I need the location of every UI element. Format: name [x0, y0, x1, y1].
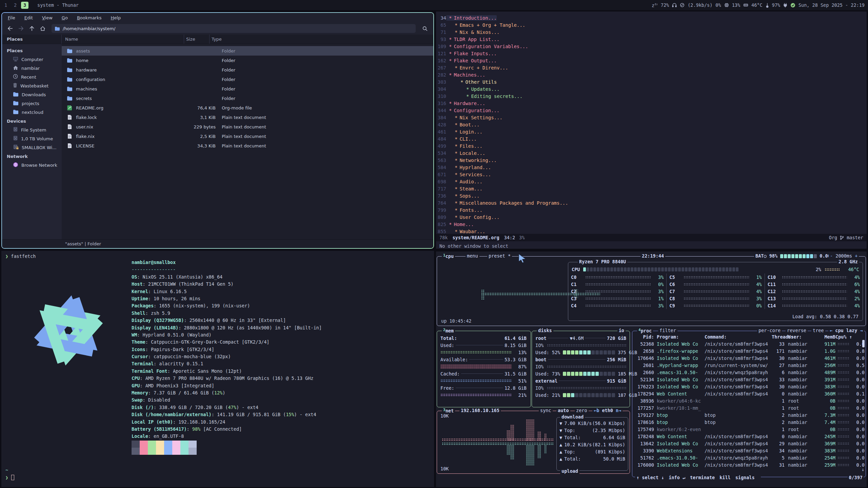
net-box-title[interactable]: 3net [442, 408, 455, 413]
sidebar-item-computer[interactable]: Computer [2, 55, 62, 64]
file-name: secrets [74, 96, 184, 101]
memory-value[interactable]: 13% [732, 2, 740, 8]
sidebar-item-nextcloud[interactable]: nextcloud [2, 108, 62, 117]
volume-value[interactable]: 72% [661, 2, 669, 8]
auto-tab[interactable]: auto [556, 408, 570, 413]
fastfetch-value: : 141.19 GiB / 915.81 GiB (15%) - ext4 [212, 412, 316, 417]
process-row[interactable]: 177257kworker/10:1-mm_1root0B0.0 [632, 404, 866, 411]
idle-inhibitor-icon[interactable]: zzz [652, 2, 658, 8]
column-size[interactable]: Size [184, 35, 209, 44]
net-stat-row: ▲10.2 KiB/s(82.1 Kibps) [557, 441, 628, 448]
column-type[interactable]: Type [209, 35, 433, 44]
workspace-1[interactable]: 1 [2, 2, 9, 9]
file-row-assets[interactable]: assetsFolder [62, 46, 433, 56]
menu-help[interactable]: Help [111, 15, 121, 20]
up-button[interactable] [27, 24, 37, 33]
temperature-value[interactable]: 46°C [751, 2, 763, 8]
fastfetch-label: OS [132, 274, 137, 280]
menu-edit[interactable]: Edit [24, 15, 33, 20]
process-row[interactable]: 2660.emacs-31.0.50-/nix/store/wnqz5pa8ra… [632, 369, 866, 376]
line-number: 282 [436, 72, 446, 78]
shell-prompt-2[interactable]: ❯ [5, 474, 14, 481]
path-bar[interactable]: /home/nambiar/system/ [52, 24, 416, 33]
menu-tab[interactable]: menu [466, 253, 479, 259]
io-tab[interactable]: io [617, 328, 626, 333]
process-row[interactable]: 178294Web Content/nix/store/sm8fmrf3wps4… [632, 390, 866, 397]
disks-box-title[interactable]: disks [537, 328, 553, 333]
org-star: * [455, 122, 457, 127]
echo-area: No other window to select [439, 243, 508, 249]
sidebar-item-1-0-tb-volume[interactable]: 1,0 TB Volume [2, 134, 62, 143]
process-row[interactable]: 3390WebExtensions/nix/store/sm8fmrf3wps4… [632, 447, 866, 454]
menu-view[interactable]: View [42, 15, 53, 20]
file-row-flake-nix[interactable]: flake.nix2,5 KiBPlain text document [62, 131, 433, 141]
sidebar-item-downloads[interactable]: Downloads [2, 90, 62, 99]
sidebar-item-nambiar[interactable]: nambiar [2, 64, 62, 73]
search-button[interactable] [420, 24, 430, 33]
clock-date[interactable]: Sun, 28 Sep 2025 - 22:19 [798, 2, 865, 8]
sidebar-item-file-system[interactable]: File System [2, 125, 62, 134]
iface-tab[interactable]: ←b eth0 n→ [592, 408, 623, 413]
proc-box-title[interactable]: 4proc [637, 328, 653, 333]
sidebar-item-recent[interactable]: Recent [2, 73, 62, 81]
process-row[interactable]: 176223Isolated Web Co/nix/store/sm8fmrf3… [632, 383, 866, 390]
preset-tab[interactable]: preset * [487, 253, 512, 259]
sidebar-item-smallbox-wi-[interactable]: SMALLBOX Wi... [2, 143, 62, 152]
cpu-box-title[interactable]: 1cpu [442, 253, 455, 259]
proc-header[interactable]: Pid:Program:Command:Threads:User:MemBCpu… [632, 333, 866, 340]
process-row[interactable]: 52134Isolated Web Co/nix/store/sm8fmrf3w… [632, 376, 866, 383]
home-button[interactable] [38, 24, 47, 33]
menu-go[interactable]: Go [62, 15, 68, 20]
process-row[interactable]: 178248Web Content/nix/store/sm8fmrf3wps4… [632, 433, 866, 440]
mem-box-title[interactable]: 2mem [442, 328, 455, 333]
file-row-user-nix[interactable]: user.nix229 bytesPlain text document [62, 122, 433, 131]
org-star: * [455, 65, 457, 70]
trash-icon [13, 83, 17, 89]
cpu-value[interactable]: 0% [715, 2, 721, 8]
sidebar-item-wastebasket[interactable]: Wastebasket [2, 81, 62, 90]
process-row[interactable]: 13642Isolated Web Co/nix/store/sm8fmrf3w… [632, 440, 866, 447]
column-name[interactable]: Name [62, 35, 184, 44]
org-heading-text: Waubar... [459, 229, 485, 234]
sort-tab[interactable]: ← cpu lazy → [828, 328, 864, 333]
sync-tab[interactable]: sync [539, 408, 553, 413]
menu-bookmarks[interactable]: Bookmarks [77, 15, 102, 20]
back-button[interactable] [5, 24, 15, 33]
file-row-flake-lock[interactable]: flake.lock3,1 KiBPlain text document [62, 113, 433, 122]
process-row[interactable]: 51762.emacs-31.0.50-/nix/store/wnqz5pa8r… [632, 454, 866, 461]
file-row-secrets[interactable]: secretsFolder [62, 94, 433, 103]
process-row[interactable]: 52368Isolated Web Co/nix/store/sm8fmrf3w… [632, 340, 866, 347]
forward-button[interactable] [16, 24, 26, 33]
process-row[interactable]: 2601.Hyprland-wrapp/run/current-system/s… [632, 362, 866, 369]
process-row[interactable]: 176646Isolated Web Co/nix/store/sm8fmrf3… [632, 354, 866, 362]
file-row-home[interactable]: homeFolder [62, 56, 433, 65]
per-core-tab[interactable]: per-core [757, 328, 782, 333]
battery-value[interactable]: 97% [772, 2, 780, 8]
workspace-2[interactable]: 2 [12, 2, 19, 9]
git-branch-name: master [847, 235, 863, 240]
file-row-readme-org[interactable]: README.org76,4 KiBOrg-mode file [62, 103, 433, 113]
sidebar-item-projects[interactable]: projects [2, 99, 62, 108]
file-row-configuration[interactable]: configurationFolder [62, 75, 433, 84]
process-row[interactable]: 179127btopbtop2nambiar7.3M0.0 [632, 411, 866, 419]
process-row[interactable]: 38936kworker/u64:6-kc1root0B0.0 [632, 397, 866, 404]
menu-file[interactable]: File [8, 15, 15, 20]
proc-scrollbar[interactable] [862, 340, 865, 347]
update-interval[interactable]: - 2000ms + [829, 253, 859, 259]
file-row-license[interactable]: LICENSE34,3 KiBPlain text document [62, 141, 433, 150]
zero-tab[interactable]: zero [575, 408, 589, 413]
workspace-3[interactable]: 3 [21, 2, 28, 9]
proc-footer[interactable]: ↑ select ↓info ↵terminatekillsignals [635, 475, 761, 480]
filter-tab[interactable]: filter [658, 328, 677, 333]
tree-tab[interactable]: tree [811, 328, 825, 333]
fastfetch-entry: Locale: en_GB.UTF-8 [132, 433, 322, 440]
net-speed[interactable]: (2.9kb/s) [688, 2, 712, 8]
process-row[interactable]: 178616btopbtop2nambiar7.4M0.0 [632, 419, 866, 426]
process-row[interactable]: 176000Isolated Web Co/nix/store/sm8fmrf3… [632, 461, 866, 468]
file-row-machines[interactable]: machinesFolder [62, 84, 433, 94]
process-row[interactable]: 175749kworker/6:2-even1root0B0.0 [632, 426, 866, 433]
file-row-hardware[interactable]: hardwareFolder [62, 65, 433, 75]
reverse-tab[interactable]: reverse [786, 328, 808, 333]
process-row[interactable]: 2658.firefox-wrappe/nix/store/sm8fmrf3wp… [632, 347, 866, 354]
sidebar-item-browse-network[interactable]: Browse Network [2, 161, 62, 169]
